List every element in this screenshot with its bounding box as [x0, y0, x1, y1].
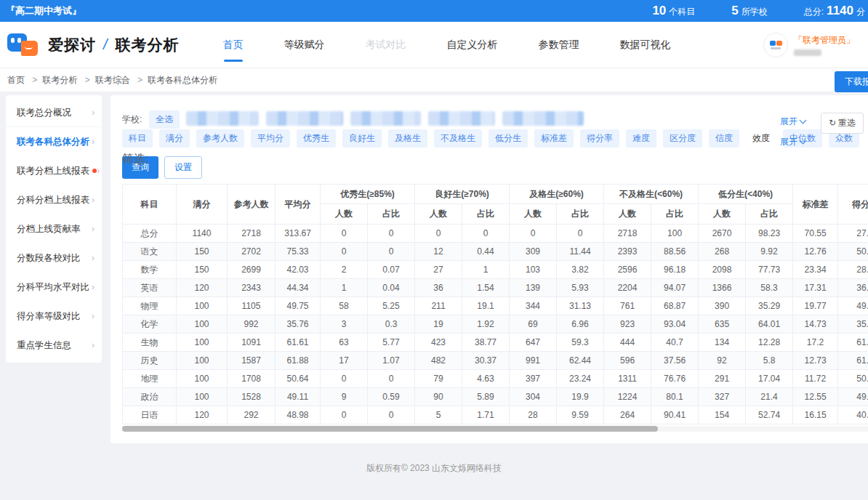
horizontal-scrollbar-thumb[interactable] [122, 426, 658, 432]
breadcrumb-item[interactable]: 首页 [7, 75, 25, 85]
sidebar-item[interactable]: 联考分档上线报表 › [6, 156, 102, 185]
table-cell: 2596 [604, 261, 651, 279]
sidebar-item[interactable]: 重点学生信息 › [6, 331, 102, 360]
metric-filter-chip[interactable]: 平均分 [251, 129, 290, 148]
table-cell: 482 [415, 352, 462, 370]
table-cell: 98.23 [746, 225, 793, 243]
table-cell: 政治 [123, 388, 177, 406]
metric-filter-chip[interactable]: 满分 [159, 129, 190, 148]
table-cell: 1.71 [462, 406, 510, 424]
sidebar-item[interactable]: 分科平均水平对比 › [6, 273, 102, 302]
metric-filter-chip[interactable]: 信度 [709, 129, 739, 148]
table-cell: 2204 [604, 279, 651, 297]
school-chip-redacted[interactable] [428, 111, 495, 126]
school-count: 5 [731, 4, 738, 18]
table-cell: 1224 [604, 388, 651, 406]
reset-button[interactable]: ↻重选 [821, 113, 864, 134]
subjects-table: 科目满分参考人数平均分优秀生(≥85%)良好生(≥70%)及格生(≥60%)不及… [122, 184, 868, 424]
table-cell: 94.07 [651, 279, 699, 297]
metric-filter-chip[interactable]: 及格生 [388, 129, 427, 148]
table-cell: 292 [228, 406, 276, 424]
nav-item[interactable]: 首页 [222, 23, 245, 68]
school-chip-redacted[interactable] [186, 111, 259, 126]
metric-filter-chip[interactable]: 效度 [746, 129, 776, 148]
table-cell: 5 [415, 406, 462, 424]
table-cell: 17.2 [793, 334, 838, 352]
table-cell: 139 [510, 279, 557, 297]
table-cell: 1.92 [462, 315, 510, 334]
metric-filter-chip[interactable]: 不及格生 [434, 129, 482, 148]
metric-filter-chip[interactable]: 优秀生 [297, 129, 336, 148]
school-chip-redacted[interactable] [502, 111, 584, 126]
school-chip-redacted[interactable] [266, 111, 343, 126]
table-cell: 5.89 [462, 388, 510, 406]
table-row: 语文150270275.3300120.4430911.44239388.562… [123, 243, 868, 261]
table-cell: 50.6 [838, 370, 868, 388]
metric-filter-chip[interactable]: 区分度 [663, 129, 702, 148]
breadcrumb-item[interactable]: 联考分析 [27, 75, 77, 85]
table-cell: 62.44 [557, 352, 604, 370]
table-cell: 0 [510, 225, 557, 243]
table-cell: 58.3 [746, 279, 793, 297]
table-cell: 9 [321, 388, 368, 406]
breadcrumb-item[interactable]: 联考各科总体分析 [132, 75, 217, 85]
exam-title: 『高二期中考试』 [6, 4, 81, 17]
table-cell: 5.77 [368, 334, 415, 352]
table-cell: 2699 [228, 261, 276, 279]
sidebar-item[interactable]: 得分率等级对比 › [6, 302, 102, 331]
total-score-unit: 分 [856, 6, 865, 18]
column-header: 参考人数 [228, 185, 276, 225]
expand-schools-link[interactable]: 展开 [780, 116, 805, 128]
table-cell: 27.5 [838, 225, 868, 243]
sidebar-item[interactable]: 分档上线贡献率 › [6, 214, 102, 243]
table-cell: 304 [510, 388, 557, 406]
table-cell: 0 [321, 225, 368, 243]
metric-filter-chip[interactable]: 难度 [626, 129, 656, 148]
user-avatar[interactable] [763, 33, 788, 57]
table-cell: 27 [415, 261, 462, 279]
table-cell: 17 [321, 352, 368, 370]
sidebar-item[interactable]: 联考各科总体分析 › [6, 127, 102, 156]
settings-button[interactable]: 设置 [164, 156, 202, 179]
subject-count-stat: 10 个科目 [652, 4, 695, 18]
metric-filter-chip[interactable]: 低分生 [489, 129, 528, 148]
table-cell: 100 [177, 334, 228, 352]
nav-item[interactable]: 等级赋分 [283, 23, 326, 68]
nav-item[interactable]: 数据可视化 [619, 23, 672, 68]
brand-logo-icon [7, 33, 41, 57]
table-cell: 0 [557, 225, 604, 243]
table-cell: 0.04 [368, 279, 415, 297]
select-all-schools-chip[interactable]: 全选 [149, 110, 180, 129]
table-cell: 76.76 [651, 370, 699, 388]
metric-filter-chip[interactable]: 科目 [122, 129, 153, 148]
sidebar-item[interactable]: 联考总分概况 › [6, 98, 102, 127]
horizontal-scrollbar-track[interactable] [122, 426, 868, 432]
table-cell: 103 [510, 261, 557, 279]
metric-filter-label: 筛选: [122, 152, 148, 167]
nav-item[interactable]: 自定义分析 [446, 23, 499, 68]
column-subheader: 占比 [368, 204, 415, 225]
table-cell: 14.73 [793, 315, 838, 334]
table-cell: 0 [368, 370, 415, 388]
download-report-button[interactable]: 下载报表 [835, 71, 868, 92]
breadcrumb-item[interactable]: 联考综合 [80, 75, 130, 85]
expand-metrics-link[interactable]: 展开 [780, 136, 805, 148]
table-cell: 19.1 [462, 297, 510, 315]
table-cell: 9.92 [746, 243, 793, 261]
table-cell: 1.07 [368, 352, 415, 370]
nav-item[interactable]: 考试对比 [364, 23, 408, 68]
school-chip-redacted[interactable] [350, 111, 421, 126]
table-cell: 120 [177, 406, 228, 424]
sidebar-item[interactable]: 分科分档上线报表 › [6, 185, 102, 214]
table-cell: 647 [510, 334, 557, 352]
metric-filter-chip[interactable]: 标准差 [534, 129, 574, 148]
brand-name: 爱探讨 [48, 35, 96, 55]
table-row: 英语120234344.3410.04361.541395.93220494.0… [123, 279, 868, 297]
metric-filter-chip[interactable]: 参考人数 [196, 129, 244, 148]
nav-item-label: 参数管理 [539, 39, 579, 50]
table-cell: 49.11 [276, 388, 321, 406]
metric-filter-chip[interactable]: 得分率 [580, 129, 619, 148]
metric-filter-chip[interactable]: 良好生 [342, 129, 382, 148]
nav-item[interactable]: 参数管理 [537, 23, 581, 68]
sidebar-item[interactable]: 分数段各校对比 › [6, 243, 102, 273]
